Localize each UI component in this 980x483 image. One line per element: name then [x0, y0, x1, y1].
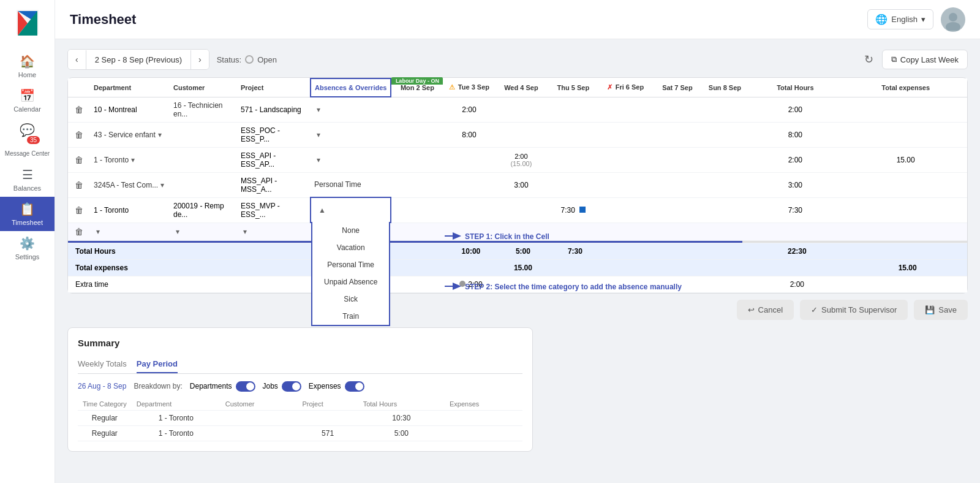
row6-project[interactable]: ▾	[237, 222, 311, 240]
row2-absence[interactable]: ▾	[311, 122, 391, 147]
row4-tue[interactable]	[443, 172, 495, 197]
row5-absence-select[interactable]: ▲	[311, 202, 390, 218]
dropdown-option-personal-time[interactable]: Personal Time	[312, 256, 389, 273]
summary-project-2: 571	[297, 425, 358, 441]
prev-week-button[interactable]: ‹	[68, 50, 86, 69]
row3-wed[interactable]: 2:00(15.00)	[495, 147, 547, 172]
row3-sun[interactable]	[703, 147, 746, 172]
row5-fri[interactable]	[599, 197, 651, 222]
row6-thu[interactable]	[547, 222, 599, 240]
dropdown-option-none[interactable]: None	[312, 222, 389, 239]
row3-thu[interactable]	[547, 147, 599, 172]
delete-row-1-button[interactable]: 🗑	[75, 105, 83, 115]
row4-fri[interactable]	[599, 172, 651, 197]
row4-thu[interactable]	[547, 172, 599, 197]
row2-tue[interactable]: 8:00	[443, 122, 495, 147]
summary-project-1	[297, 410, 358, 425]
row1-wed[interactable]	[495, 97, 547, 122]
message-icon: 💬	[20, 123, 35, 137]
row4-mon[interactable]	[391, 172, 443, 197]
row6-sun[interactable]	[703, 222, 746, 240]
sidebar-item-calendar[interactable]: 📅 Calendar	[0, 83, 55, 118]
row2-fri[interactable]	[599, 122, 651, 147]
delete-row-4-button[interactable]: 🗑	[75, 180, 83, 190]
refresh-button[interactable]: ↻	[861, 49, 877, 70]
delete-row-3-button[interactable]: 🗑	[75, 155, 83, 165]
row6-customer[interactable]: ▾	[170, 222, 237, 240]
row5-absence-cell[interactable]: ▲ None Vacation Personal Time Unpaid Abs…	[311, 197, 391, 222]
topbar: Timesheet 🌐 English ▾	[55, 0, 980, 39]
user-avatar[interactable]	[941, 7, 965, 32]
save-icon: 💾	[925, 305, 935, 314]
chevron-up-icon: ▲	[318, 206, 326, 215]
row3-tue[interactable]	[443, 147, 495, 172]
copy-last-week-button[interactable]: ⧉ Copy Last Week	[882, 50, 968, 69]
table-row: 🗑 1 - Toronto ▾ ESS_API - ESS_AP...	[68, 147, 967, 172]
departments-toggle[interactable]	[236, 381, 255, 392]
row5-mon[interactable]	[391, 197, 443, 222]
row2-wed[interactable]	[495, 122, 547, 147]
extra-time-total: 2:00	[746, 276, 844, 292]
row5-sat[interactable]	[651, 197, 703, 222]
row3-mon[interactable]	[391, 147, 443, 172]
row3-sat[interactable]	[651, 147, 703, 172]
row1-customer-select[interactable]: 16 - Technicien en...	[173, 101, 233, 118]
sidebar-item-balances-label: Balances	[13, 184, 41, 192]
row6-tue[interactable]	[443, 222, 495, 240]
row1-fri[interactable]	[599, 97, 651, 122]
sidebar-item-balances[interactable]: ☰ Balances	[0, 162, 55, 197]
row2-sat[interactable]	[651, 122, 703, 147]
submit-to-supervisor-button[interactable]: ✓ Submit To Supervisor	[800, 300, 908, 320]
dropdown-option-sick[interactable]: Sick	[312, 291, 389, 308]
tab-pay-period[interactable]: Pay Period	[137, 356, 178, 373]
row5-sun[interactable]	[703, 197, 746, 222]
delete-row-2-button[interactable]: 🗑	[75, 130, 83, 140]
row5-thu[interactable]: 7:30	[547, 197, 599, 222]
language-selector[interactable]: 🌐 English ▾	[867, 9, 933, 29]
row3-fri[interactable]	[599, 147, 651, 172]
sidebar-item-home[interactable]: 🏠 Home	[0, 49, 55, 83]
cancel-button[interactable]: ↩ Cancel	[737, 300, 794, 320]
dropdown-option-vacation[interactable]: Vacation	[312, 239, 389, 256]
dropdown-option-train[interactable]: Train	[312, 308, 389, 325]
copy-icon: ⧉	[891, 55, 897, 64]
row5-total-expenses	[844, 197, 967, 222]
row2-thu[interactable]	[547, 122, 599, 147]
row5-wed[interactable]	[495, 197, 547, 222]
save-button[interactable]: 💾 Save	[914, 300, 968, 320]
row1-mon[interactable]	[391, 97, 443, 122]
row2-sun[interactable]	[703, 122, 746, 147]
row3-absence[interactable]: ▾	[311, 147, 391, 172]
row6-fri[interactable]	[599, 222, 651, 240]
next-week-button[interactable]: ›	[191, 50, 209, 69]
row6-mon[interactable]	[391, 222, 443, 240]
row1-sat[interactable]	[651, 97, 703, 122]
row1-sun[interactable]	[703, 97, 746, 122]
summary-dept-1: 1 - Toronto	[132, 410, 221, 425]
row4-sat[interactable]	[651, 172, 703, 197]
summary-col-customer: Customer	[221, 398, 298, 411]
sidebar-item-messages[interactable]: 💬 35 Message Center	[0, 118, 55, 162]
summary-tabs: Weekly Totals Pay Period	[78, 356, 522, 374]
delete-row-5-button[interactable]: 🗑	[75, 205, 83, 215]
row4-sun[interactable]	[703, 172, 746, 197]
row6-dept[interactable]: ▾	[90, 222, 170, 240]
row1-tue[interactable]: 2:00	[443, 97, 495, 122]
timesheet-table: Department Customer Project Absences & O…	[68, 78, 967, 293]
row6-wed[interactable]	[495, 222, 547, 240]
dropdown-option-unpaid-absence[interactable]: Unpaid Absence	[312, 273, 389, 291]
delete-row-6-button[interactable]: 🗑	[75, 227, 83, 237]
row4-absence[interactable]: Personal Time	[311, 172, 391, 197]
jobs-toggle[interactable]	[282, 381, 301, 392]
row1-thu[interactable]	[547, 97, 599, 122]
sidebar-item-settings[interactable]: ⚙️ Settings	[0, 231, 55, 265]
row5-tue[interactable]	[443, 197, 495, 222]
row4-wed[interactable]: 3:00	[495, 172, 547, 197]
expenses-toggle[interactable]	[345, 381, 364, 392]
sidebar-item-timesheet[interactable]: 📋 Timesheet	[0, 197, 55, 231]
chevron-down-icon: ▾	[317, 131, 320, 139]
row1-absence[interactable]: ▾	[311, 97, 391, 122]
tab-weekly-totals[interactable]: Weekly Totals	[78, 356, 127, 373]
row6-sat[interactable]	[651, 222, 703, 240]
row2-mon[interactable]	[391, 122, 443, 147]
